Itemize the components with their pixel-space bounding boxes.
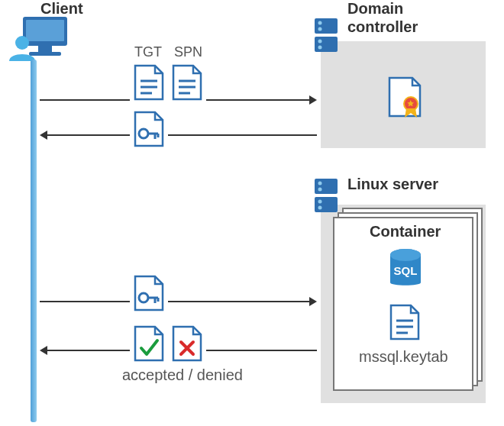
- linux-server-label: Linux server: [347, 176, 438, 193]
- svg-point-12: [318, 46, 322, 50]
- tgt-label: TGT: [134, 44, 162, 60]
- flow1-arrow-seg1: [40, 99, 130, 101]
- flow3-arrow-seg1: [40, 301, 130, 302]
- svg-point-22: [318, 200, 322, 204]
- client-timeline: [31, 60, 37, 422]
- certificate-icon: [388, 76, 422, 118]
- svg-rect-2: [38, 46, 52, 52]
- svg-rect-18: [315, 179, 338, 194]
- domain-controller-box: [321, 41, 486, 148]
- sql-database-icon: SQL: [388, 249, 423, 290]
- flow2-arrow-seg2: [168, 134, 317, 136]
- flow4-arrow-seg2: [206, 350, 317, 351]
- flow1-arrow-seg2: [206, 99, 309, 101]
- auth-key-doc-icon: [134, 275, 164, 311]
- accepted-denied-label: accepted / denied: [122, 366, 243, 384]
- dc-label-line2: controller: [347, 18, 418, 36]
- client-user-icon: [8, 34, 37, 63]
- keytab-label: mssql.keytab: [359, 348, 448, 366]
- linux-server-icon: [315, 179, 338, 212]
- client-label: Client: [40, 0, 83, 18]
- session-key-doc-icon: [134, 111, 164, 147]
- sql-text: SQL: [394, 264, 418, 277]
- flow2-arrow-head: [40, 131, 47, 140]
- svg-point-14: [390, 249, 421, 261]
- flow4-arrow-seg1: [47, 350, 130, 351]
- flow3-arrow-seg2: [168, 301, 309, 302]
- denied-document-icon: [172, 325, 202, 362]
- svg-point-9: [318, 21, 322, 25]
- tgt-document-icon: [134, 64, 164, 101]
- svg-rect-7: [315, 18, 338, 34]
- container-label: Container: [370, 223, 441, 240]
- svg-point-20: [318, 182, 322, 186]
- svg-point-10: [318, 27, 322, 31]
- svg-point-23: [318, 206, 322, 210]
- svg-rect-8: [315, 37, 338, 52]
- flow4-arrow-head: [40, 346, 47, 355]
- svg-point-11: [318, 40, 322, 44]
- linux-server-box: Container SQL mssql.keytab: [321, 205, 486, 403]
- spn-label: SPN: [174, 44, 202, 60]
- flow2-arrow-seg1: [47, 134, 130, 136]
- spn-document-icon: [172, 64, 202, 101]
- flow3-arrow-head: [309, 297, 317, 306]
- container-box: Container SQL mssql.keytab: [333, 217, 473, 391]
- dc-label-line1: Domain: [347, 0, 403, 18]
- dc-server-icon: [315, 18, 338, 52]
- keytab-document-icon: [389, 304, 420, 340]
- flow1-arrow-head: [309, 95, 317, 105]
- accepted-document-icon: [134, 325, 164, 362]
- svg-point-21: [318, 188, 322, 192]
- svg-point-4: [15, 36, 29, 50]
- svg-rect-19: [315, 197, 338, 212]
